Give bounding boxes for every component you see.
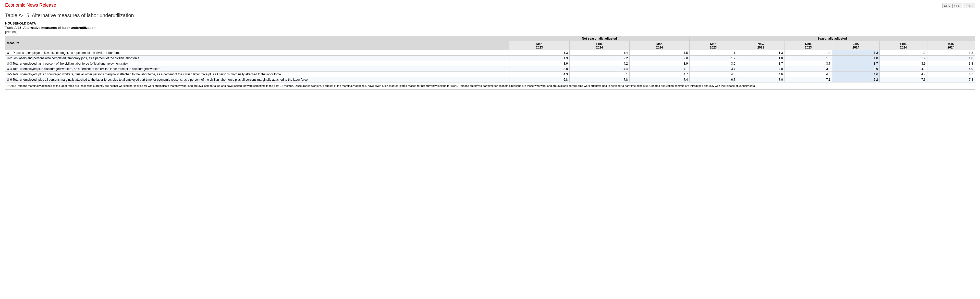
row-U-5-val-3: 4.3 [690, 72, 737, 77]
row-U-1-val-6: 1.3 [832, 50, 880, 56]
row-U-3-val-2: 3.9 [629, 61, 689, 67]
row-U-6-val-3: 6.7 [690, 77, 737, 83]
row-U-4-val-8: 4.0 [927, 67, 975, 72]
row-U-6-val-1: 7.8 [570, 77, 629, 83]
row-U-5-val-5: 4.6 [784, 72, 832, 77]
row-U-4-val-0: 3.8 [509, 67, 570, 72]
row-U-1-val-5: 1.4 [784, 50, 832, 56]
row-U-3-val-8: 3.8 [927, 61, 975, 67]
row-U-2-val-3: 1.7 [690, 56, 737, 61]
row-U-2-val-8: 1.8 [927, 56, 975, 61]
row-U-5-val-4: 4.6 [737, 72, 784, 77]
row-U-1-val-2: 1.5 [629, 50, 689, 56]
col-mar2024-sa: Mar.2024 [927, 41, 975, 50]
row-U-4-val-1: 4.4 [570, 67, 629, 72]
row-U-2-val-7: 1.9 [880, 56, 927, 61]
col-nov2023-sa: Nov.2023 [737, 41, 784, 50]
row-U-2-val-6: 1.8 [832, 56, 880, 61]
row-U-2-val-4: 1.8 [737, 56, 784, 61]
row-U-2-val-0: 1.9 [509, 56, 570, 61]
top-buttons-container: CES CPS PRINT [942, 3, 975, 8]
row-U-1-val-8: 1.3 [927, 50, 975, 56]
row-U-6-val-4: 7.0 [737, 77, 784, 83]
col-feb2024-sa: Feb.2024 [880, 41, 927, 50]
table-note: NOTE: Persons marginally attached to the… [5, 83, 975, 90]
page-title: Economic News Release [5, 3, 56, 8]
row-U-4-val-5: 3.9 [784, 67, 832, 72]
row-U-5-val-2: 4.7 [629, 72, 689, 77]
row-U-3-val-5: 3.7 [784, 61, 832, 67]
row-U-2-val-1: 2.2 [570, 56, 629, 61]
row-U-6-val-2: 7.4 [629, 77, 689, 83]
row-U-4-val-2: 4.1 [629, 67, 689, 72]
col-mar2023-sa: Mar.2023 [690, 41, 737, 50]
row-U-3-val-7: 3.9 [880, 61, 927, 67]
section-header: HOUSEHOLD DATA [5, 21, 975, 25]
row-U-1-val-7: 1.3 [880, 50, 927, 56]
cps-button[interactable]: CPS [953, 3, 962, 8]
row-U-1-val-3: 1.1 [690, 50, 737, 56]
row-U-1-val-0: 1.3 [509, 50, 570, 56]
col-jan2024-sa: Jan.2024 [832, 41, 880, 50]
row-U-1-val-1: 1.4 [570, 50, 629, 56]
row-U-4-val-6: 3.9 [832, 67, 880, 72]
row-U-3-val-0: 3.6 [509, 61, 570, 67]
data-table: Measure Not seasonally adjusted Seasonal… [5, 36, 975, 90]
row-measure-U-5: U-5 Total unemployed, plus discouraged w… [5, 72, 509, 77]
row-U-6-val-5: 7.1 [784, 77, 832, 83]
row-U-5-val-7: 4.7 [880, 72, 927, 77]
table-main-title: Table A-15. Alternative measures of labo… [5, 13, 975, 18]
ces-button[interactable]: CES [942, 3, 952, 8]
row-U-5-val-6: 4.6 [832, 72, 880, 77]
section-subtitle: Table A-15. Alternative measures of labo… [5, 26, 975, 30]
col-mar2024-ns: Mar.2024 [629, 41, 689, 50]
row-U-2-val-2: 2.0 [629, 56, 689, 61]
row-U-6-val-6: 7.2 [832, 77, 880, 83]
section-unit: [Percent] [5, 30, 975, 34]
row-measure-U-6: U-6 Total unemployed, plus all persons m… [5, 77, 509, 83]
col-feb2024-ns: Feb.2024 [570, 41, 629, 50]
row-measure-U-1: U-1 Persons unemployed 15 weeks or longe… [5, 50, 509, 56]
row-U-3-val-6: 3.7 [832, 61, 880, 67]
row-measure-U-3: U-3 Total unemployed, as a percent of th… [5, 61, 509, 67]
col-dec2023-sa: Dec.2023 [784, 41, 832, 50]
row-measure-U-4: U-4 Total unemployed plus discouraged wo… [5, 67, 509, 72]
row-U-5-val-8: 4.7 [927, 72, 975, 77]
not-seasonal-header: Not seasonally adjusted [509, 36, 690, 41]
measure-col-header: Measure [5, 36, 509, 50]
row-U-2-val-5: 1.8 [784, 56, 832, 61]
row-U-3-val-3: 3.5 [690, 61, 737, 67]
row-U-3-val-1: 4.2 [570, 61, 629, 67]
row-U-5-val-1: 5.1 [570, 72, 629, 77]
col-mar2023-ns: Mar.2023 [509, 41, 570, 50]
row-U-6-val-0: 6.8 [509, 77, 570, 83]
row-U-3-val-4: 3.7 [737, 61, 784, 67]
seasonal-header: Seasonally adjusted [690, 36, 975, 41]
row-U-6-val-8: 7.3 [927, 77, 975, 83]
row-U-4-val-7: 4.1 [880, 67, 927, 72]
row-U-6-val-7: 7.3 [880, 77, 927, 83]
row-measure-U-2: U-2 Job losers and persons who completed… [5, 56, 509, 61]
row-U-5-val-0: 4.3 [509, 72, 570, 77]
row-U-1-val-4: 1.3 [737, 50, 784, 56]
row-U-4-val-4: 4.0 [737, 67, 784, 72]
print-button[interactable]: PRINT [963, 3, 975, 8]
row-U-4-val-3: 3.7 [690, 67, 737, 72]
